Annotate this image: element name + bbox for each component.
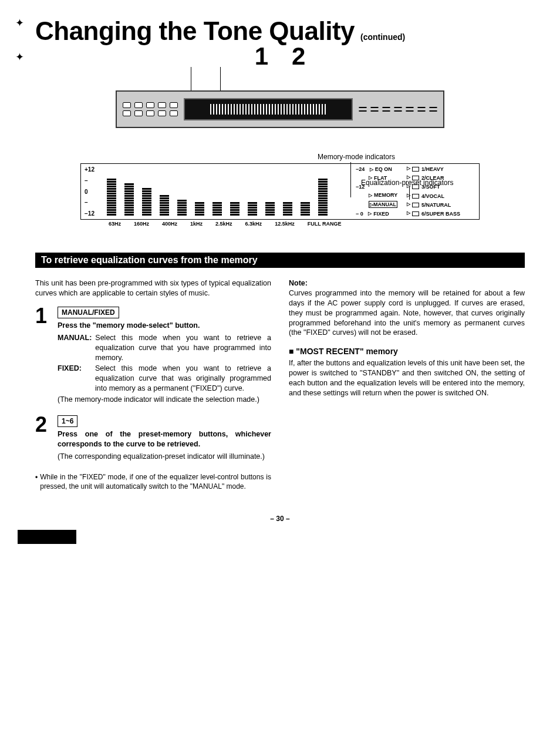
preset-indicator-column: 1/HEAVY 2/CLEAR 3/SOFT 4/VOCAL 5/NATURAL… [412, 166, 477, 217]
bullet-dot: • [35, 472, 38, 491]
left-buttons [123, 102, 178, 116]
unit-display [184, 98, 353, 120]
step2-box-label: 1~6 [58, 415, 77, 427]
leader-number-2: 2 [292, 42, 305, 70]
footer-scan-artifact [18, 530, 76, 544]
section-heading: To retrieve equalization curves from the… [35, 253, 525, 268]
most-recent-body: If, after the buttons and equalization l… [289, 358, 525, 398]
step1-note: (The memory-mode indicator will indicate… [58, 395, 271, 405]
step-number-2: 2 [35, 415, 52, 462]
note-body: Curves programmed into the memory will b… [289, 288, 525, 338]
page-number: – 30 – [35, 515, 525, 523]
equalizer-unit-illustration [116, 90, 444, 128]
step1-manual-term: MANUAL: [58, 333, 92, 363]
step2-title: Press one of the preset-memory buttons, … [58, 429, 271, 449]
x-axis-labels: 63Hz 160Hz 400Hz 1kHz 2.5kHz 6.3kHz 12.5… [80, 221, 480, 227]
page-title: Changing the Tone Quality [35, 16, 355, 46]
page-title-continued: (continued) [360, 32, 405, 42]
step2-note: (The corresponding equalization-preset i… [58, 452, 271, 462]
callout-memory-mode: Memory-mode indicators [318, 153, 395, 161]
display-detail: +12 – 0 – −12 − [80, 163, 480, 220]
leader-lines [116, 67, 444, 90]
step-number-1: 1 [35, 307, 52, 405]
binding-mark-top: ✦ [15, 16, 24, 29]
y-axis: +12 – 0 – −12 [85, 166, 101, 217]
fixed-mode-note: While in the "FIXED" mode, if one of the… [40, 472, 271, 491]
step1-manual-val: Select this mode when you want to retrie… [95, 333, 271, 363]
step1-fixed-term: FIXED: [58, 364, 92, 394]
leader-number-1: 1 [255, 42, 268, 70]
intro-paragraph: This unit has been pre-programmed with s… [35, 278, 271, 298]
step1-title: Press the "memory mode-select" button. [58, 321, 271, 331]
binding-mark-2: ✦ [15, 51, 24, 63]
step1-box-label: MANUAL/FIXED [58, 307, 119, 318]
eq-bars [107, 167, 350, 216]
most-recent-heading: "MOST RECENT" memory [289, 346, 525, 357]
mode-indicator-column: −24 ▷EQ ON ▷FLAT −12 ▷MEMORY ▷MANUAL − 0… [356, 166, 407, 217]
step1-fixed-val: Select this mode when you want to retrie… [95, 364, 271, 394]
right-buttons [359, 107, 437, 112]
note-label: Note: [289, 278, 525, 288]
